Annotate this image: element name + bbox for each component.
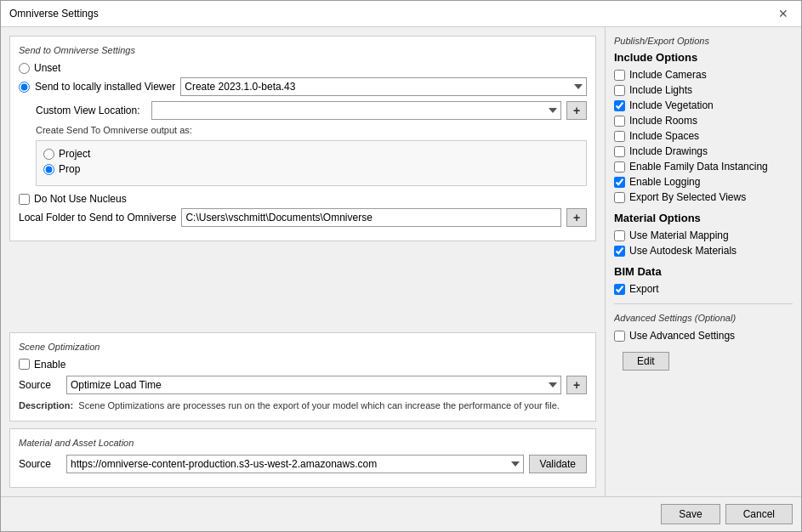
material-source-select[interactable]: https://omniverse-content-production.s3-…: [66, 455, 524, 473]
enable-logging-row: Enable Logging: [614, 176, 793, 188]
include-lights-label: Include Lights: [629, 84, 692, 96]
bim-data-title: BIM Data: [614, 265, 793, 278]
send-to-viewer-radio[interactable]: [19, 82, 30, 93]
include-drawings-checkbox[interactable]: [614, 146, 625, 157]
include-vegetation-row: Include Vegetation: [614, 99, 793, 111]
dialog-title: Omniverse Settings: [9, 8, 99, 20]
use-autodesk-checkbox[interactable]: [614, 246, 625, 257]
send-to-viewer-label: Send to locally installed Viewer: [35, 81, 175, 93]
prop-radio[interactable]: [43, 164, 54, 175]
export-by-views-row: Export By Selected Views: [614, 191, 793, 203]
scene-source-label: Source: [19, 379, 61, 391]
do-not-use-nucleus-label: Do Not Use Nucleus: [34, 193, 127, 205]
validate-button[interactable]: Validate: [529, 455, 587, 473]
bim-export-label: Export: [629, 283, 659, 295]
include-spaces-label: Include Spaces: [629, 130, 699, 142]
bim-export-row: Export: [614, 283, 793, 295]
enable-family-label: Enable Family Data Instancing: [629, 161, 768, 173]
right-panel-content: Include Options Include Cameras Include …: [614, 51, 793, 488]
local-folder-input[interactable]: [181, 208, 561, 227]
include-cameras-checkbox[interactable]: [614, 70, 625, 81]
material-section: Material and Asset Location Source https…: [9, 428, 596, 488]
unset-label: Unset: [34, 62, 60, 74]
scene-optimization-section: Scene Optimization Enable Source Optimiz…: [9, 332, 596, 422]
include-cameras-row: Include Cameras: [614, 69, 793, 81]
scene-section-label: Scene Optimization: [19, 342, 587, 352]
description-area: Description: Scene Optimizations are pro…: [19, 399, 587, 412]
use-advanced-label: Use Advanced Settings: [629, 330, 735, 342]
material-options-title: Material Options: [614, 212, 793, 224]
include-lights-checkbox[interactable]: [614, 85, 625, 96]
enable-family-row: Enable Family Data Instancing: [614, 161, 793, 173]
publish-export-label: Publish/Export Options: [614, 36, 793, 46]
output-section: Create Send To Omniverse output as: Proj…: [36, 125, 587, 186]
include-cameras-label: Include Cameras: [629, 69, 707, 81]
include-lights-row: Include Lights: [614, 84, 793, 96]
use-material-mapping-checkbox[interactable]: [614, 230, 625, 241]
custom-view-label: Custom View Location:: [36, 105, 146, 116]
prop-radio-row: Prop: [43, 163, 579, 175]
custom-view-row: Custom View Location: +: [36, 101, 587, 120]
bim-export-checkbox[interactable]: [614, 284, 625, 295]
advanced-label: Advanced Settings (Optional): [614, 313, 793, 323]
use-advanced-checkbox[interactable]: [614, 331, 625, 342]
include-vegetation-checkbox[interactable]: [614, 100, 625, 111]
do-not-use-nucleus-checkbox[interactable]: [19, 194, 30, 205]
do-not-use-nucleus-row: Do Not Use Nucleus: [19, 193, 587, 205]
send-to-viewer-row: Send to locally installed Viewer Create …: [19, 77, 587, 96]
title-bar: Omniverse Settings ✕: [1, 1, 801, 27]
custom-view-add-button[interactable]: +: [566, 101, 587, 120]
save-button[interactable]: Save: [661, 504, 720, 524]
local-folder-row: Local Folder to Send to Omniverse +: [19, 208, 587, 227]
enable-logging-label: Enable Logging: [629, 176, 700, 188]
material-source-label: Source: [19, 458, 61, 470]
description-label: Description:: [19, 400, 73, 410]
use-advanced-row: Use Advanced Settings: [614, 330, 793, 342]
include-rooms-checkbox[interactable]: [614, 116, 625, 127]
include-drawings-label: Include Drawings: [629, 145, 708, 157]
close-button[interactable]: ✕: [774, 6, 793, 21]
scene-enable-checkbox[interactable]: [19, 359, 30, 370]
unset-radio-row: Unset: [19, 62, 587, 74]
export-by-views-checkbox[interactable]: [614, 192, 625, 203]
enable-family-checkbox[interactable]: [614, 161, 625, 173]
right-panel: Publish/Export Options Include Options I…: [606, 27, 801, 496]
enable-logging-checkbox[interactable]: [614, 177, 625, 188]
use-autodesk-row: Use Autodesk Materials: [614, 245, 793, 257]
include-drawings-row: Include Drawings: [614, 145, 793, 157]
local-folder-add-button[interactable]: +: [566, 208, 587, 227]
scene-source-row: Source Optimize Load Time +: [19, 376, 587, 394]
send-section: Send to Omniverse Settings Unset Send to…: [9, 36, 596, 241]
include-spaces-checkbox[interactable]: [614, 131, 625, 142]
include-spaces-row: Include Spaces: [614, 130, 793, 142]
content-area: Send to Omniverse Settings Unset Send to…: [1, 27, 801, 496]
scene-source-select[interactable]: Optimize Load Time: [66, 376, 561, 394]
project-radio[interactable]: [43, 149, 54, 160]
scene-enable-row: Enable: [19, 359, 587, 371]
include-rooms-label: Include Rooms: [629, 115, 697, 127]
cancel-button[interactable]: Cancel: [725, 504, 793, 524]
left-panel: Send to Omniverse Settings Unset Send to…: [1, 27, 606, 496]
unset-radio[interactable]: [19, 63, 30, 74]
scene-source-add-button[interactable]: +: [566, 376, 587, 394]
use-material-mapping-row: Use Material Mapping: [614, 229, 793, 241]
project-radio-row: Project: [43, 148, 579, 160]
edit-button[interactable]: Edit: [623, 352, 669, 371]
output-section-label: Create Send To Omniverse output as:: [36, 125, 587, 135]
include-rooms-row: Include Rooms: [614, 115, 793, 127]
bottom-bar: Save Cancel: [1, 496, 801, 531]
use-material-mapping-label: Use Material Mapping: [629, 229, 729, 241]
output-options: Project Prop: [36, 140, 587, 186]
send-to-viewer-select[interactable]: Create 2023.1.0-beta.43: [180, 77, 587, 96]
custom-view-select[interactable]: [151, 101, 561, 120]
material-source-row: Source https://omniverse-content-product…: [19, 455, 587, 473]
scene-enable-label: Enable: [34, 359, 65, 371]
include-vegetation-label: Include Vegetation: [629, 99, 714, 111]
project-label: Project: [59, 148, 90, 160]
send-section-label: Send to Omniverse Settings: [19, 45, 587, 55]
use-autodesk-label: Use Autodesk Materials: [629, 245, 737, 257]
prop-label: Prop: [59, 163, 80, 175]
local-folder-label: Local Folder to Send to Omniverse: [19, 212, 176, 224]
export-by-views-label: Export By Selected Views: [629, 191, 746, 203]
include-options-title: Include Options: [614, 51, 793, 64]
